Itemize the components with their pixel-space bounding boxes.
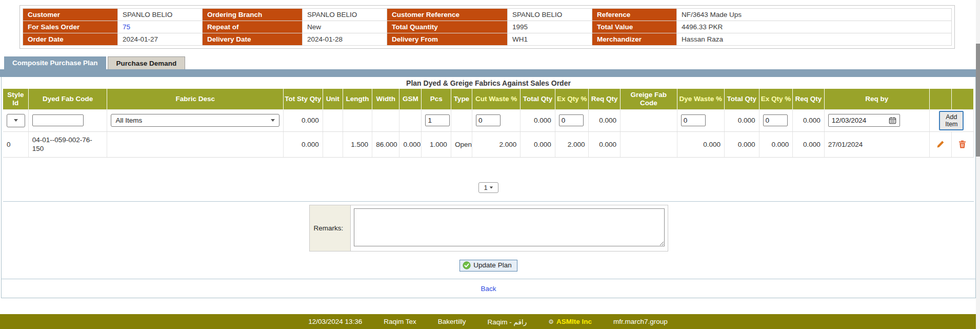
- footer-org-raqim-tex: Raqim Tex: [384, 318, 416, 325]
- order-value-total-quantity: 1995: [508, 21, 592, 33]
- order-value-delivery-from: WH1: [508, 33, 592, 46]
- scrollbar-thumb[interactable]: [976, 44, 980, 157]
- tab-purchase-demand[interactable]: Purchase Demand: [108, 56, 186, 69]
- fabric-desc-select[interactable]: All Items: [111, 114, 279, 127]
- col-header-fabric-desc: Fabric Desc: [107, 89, 283, 109]
- order-label-customer-reference: Customer Reference: [387, 9, 508, 21]
- cell-style-id: 0: [3, 131, 28, 157]
- sales-order-link[interactable]: 75: [123, 23, 130, 31]
- order-value-reference: NF/3643 Made Ups: [677, 9, 952, 21]
- order-label-total-value: Total Value: [592, 21, 677, 33]
- pager-row: 1: [3, 182, 974, 193]
- remarks-box: Remarks:: [309, 205, 668, 251]
- order-value-total-value: 4496.33 PKR: [677, 21, 952, 33]
- update-plan-button[interactable]: Update Plan: [459, 260, 517, 272]
- filter-total-qty-2: 0.000: [724, 109, 759, 131]
- back-link[interactable]: Back: [481, 285, 496, 293]
- cell-total-qty-2: 0.000: [724, 131, 759, 157]
- footer-company-name: ASMIte Inc: [556, 318, 592, 325]
- col-header-dyed-fab-code: Dyed Fab Code: [28, 89, 107, 109]
- req-by-date-value: 12/03/2024: [832, 117, 867, 124]
- req-by-date-input[interactable]: 12/03/2024: [828, 114, 900, 127]
- cell-ex-qty-1: 2.000: [555, 131, 589, 157]
- col-header-width: Width: [372, 89, 399, 109]
- filter-type: [451, 109, 472, 131]
- footer-org-bakertilly: Bakertilly: [438, 318, 466, 325]
- style-id-select[interactable]: [7, 114, 25, 127]
- col-header-action-1: [929, 89, 951, 109]
- pcs-input[interactable]: [425, 114, 450, 126]
- order-value-customer: SPANLO BELIO: [118, 9, 203, 21]
- col-header-cut-waste: Cut Waste %: [472, 89, 520, 109]
- col-header-dye-waste: Dye Waste %: [677, 89, 724, 109]
- col-header-total-qty-2: Total Qty: [724, 89, 759, 109]
- cell-length: 1.500: [343, 131, 372, 157]
- filter-greige-fab-code: [620, 109, 677, 131]
- order-row-3: Order Date 2024-01-27 Delivery Date 2024…: [23, 33, 952, 46]
- plan-header-row: Style Id Dyed Fab Code Fabric Desc Tot S…: [3, 89, 974, 109]
- col-header-action-2: [951, 89, 973, 109]
- order-row-1: Customer SPANLO BELIO Ordering Branch SP…: [23, 9, 952, 21]
- trash-icon: [958, 140, 966, 148]
- cell-type: Open: [451, 131, 472, 157]
- order-value-repeat-of: New: [303, 21, 387, 33]
- col-header-unit: Unit: [323, 89, 343, 109]
- filter-tot-sty-qty: 0.000: [283, 109, 323, 131]
- dye-waste-input[interactable]: [681, 114, 706, 126]
- cell-req-by: 27/01/2024: [824, 131, 929, 157]
- ex-qty-input-1[interactable]: [559, 114, 584, 126]
- remarks-body: [351, 205, 668, 251]
- chevron-down-icon: [489, 186, 492, 188]
- remarks-textarea[interactable]: [354, 208, 665, 246]
- tab-composite-purchase-plan[interactable]: Composite Purchase Plan: [4, 56, 106, 69]
- edit-row-button[interactable]: [933, 140, 948, 148]
- add-item-button[interactable]: Add Item: [939, 111, 964, 130]
- col-header-ex-qty-2: Ex Qty %: [759, 89, 793, 109]
- order-row-2: For Sales Order 75 Repeat of New Total Q…: [23, 21, 952, 33]
- order-label-ordering-branch: Ordering Branch: [203, 9, 303, 21]
- plan-grid-wrap: Style Id Dyed Fab Code Fabric Desc Tot S…: [3, 89, 974, 202]
- cell-unit: [323, 131, 343, 157]
- tab-underline-bar: [0, 69, 976, 77]
- cell-gsm: 0.000: [399, 131, 422, 157]
- dyed-fab-code-input[interactable]: [32, 114, 84, 126]
- order-label-sales-order: For Sales Order: [23, 21, 118, 33]
- tab-strip: Composite Purchase Plan Purchase Demand: [4, 56, 185, 69]
- remarks-label: Remarks:: [310, 205, 351, 251]
- cell-greige-fab-code: [620, 131, 677, 157]
- filter-gsm: [399, 109, 422, 131]
- footer-timestamp: 12/03/2024 13:36: [308, 318, 362, 325]
- delete-row-button[interactable]: [955, 140, 970, 148]
- gear-icon: ⚙: [548, 318, 554, 325]
- footer-brand[interactable]: ⚙ ASMIte Inc: [548, 318, 592, 325]
- order-label-delivery-from: Delivery From: [387, 33, 508, 46]
- col-header-req-by: Req by: [824, 89, 929, 109]
- filter-width: [372, 109, 399, 131]
- plan-data-row: 0 04-01--059-002-76-150 0.000 1.500 86.0…: [3, 131, 974, 157]
- check-circle-icon: [463, 261, 471, 269]
- footer-domain: mfr.march7.group: [613, 318, 668, 325]
- cell-tot-sty-qty: 0.000: [283, 131, 323, 157]
- cell-dyed-fab-code: 04-01--059-002-76-150: [28, 131, 107, 157]
- filter-unit: [323, 109, 343, 131]
- cell-req-qty-2: 0.000: [793, 131, 825, 157]
- chevron-down-icon: [14, 119, 18, 122]
- col-header-gsm: GSM: [399, 89, 422, 109]
- filter-req-qty-2: 0.000: [793, 109, 825, 131]
- ex-qty-input-2[interactable]: [763, 114, 788, 126]
- cell-req-qty-1: 0.000: [589, 131, 621, 157]
- update-plan-label: Update Plan: [473, 261, 511, 269]
- plan-table: Style Id Dyed Fab Code Fabric Desc Tot S…: [3, 89, 974, 158]
- filter-length: [343, 109, 372, 131]
- filter-req-qty-1: 0.000: [589, 109, 621, 131]
- order-value-merchandizer: Hassan Raza: [677, 33, 952, 46]
- vertical-scrollbar[interactable]: [976, 0, 980, 329]
- order-label-repeat-of: Repeat of: [203, 21, 303, 33]
- cut-waste-input[interactable]: [476, 114, 501, 126]
- col-header-ex-qty-1: Ex Qty %: [555, 89, 589, 109]
- order-summary-table: Customer SPANLO BELIO Ordering Branch SP…: [23, 8, 952, 46]
- page-select[interactable]: 1: [478, 182, 498, 193]
- footer-org-raqim: Raqim - راقم: [488, 318, 527, 326]
- order-label-customer: Customer: [23, 9, 118, 21]
- plan-filter-row: All Items 0.000 0.000 0.000 0.000: [3, 109, 974, 131]
